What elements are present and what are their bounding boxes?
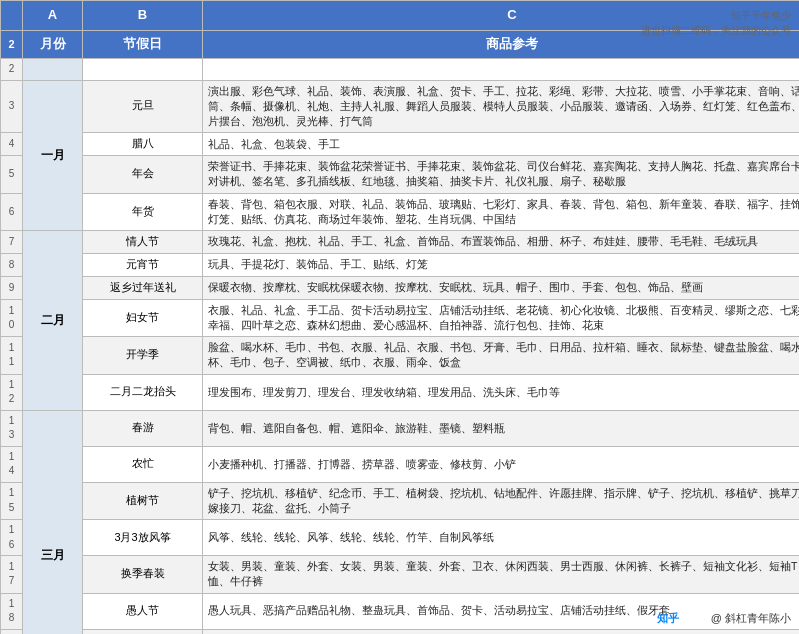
- goods-cell: 玩具、手提花灯、装饰品、手工、贴纸、灯笼: [203, 253, 800, 276]
- holiday-cell: 开学季: [83, 337, 203, 374]
- zhihu-logo: 知乎: [657, 611, 679, 626]
- holiday-cell: 年货: [83, 193, 203, 230]
- table-row: 3一月元旦演出服、彩色气球、礼品、装饰、表演服、礼盒、贺卡、手工、拉花、彩绳、彩…: [1, 80, 800, 133]
- goods-cell: 背包、帽、遮阳自备包、帽、遮阳伞、旅游鞋、墨镜、塑料瓶: [203, 410, 800, 446]
- month-cell: 二月: [23, 230, 83, 410]
- row-number: 8: [1, 253, 23, 276]
- holiday-cell: 情人节: [83, 230, 203, 253]
- holiday-cell: 腊八: [83, 133, 203, 156]
- goods-cell: [203, 59, 800, 81]
- holiday-cell: 二月二龙抬头: [83, 374, 203, 410]
- row-number: 12: [1, 374, 23, 410]
- holiday-cell: 返乡过年送礼: [83, 276, 203, 299]
- row-number: 5: [1, 156, 23, 193]
- month-cell: [23, 59, 83, 81]
- table-row: 2: [1, 59, 800, 81]
- row-number: 3: [1, 80, 23, 133]
- watermark: 知乎千年包少 进也扫描二维码，关注我的公众号: [641, 8, 791, 38]
- table-row: 10妇女节衣服、礼品、礼盒、手工品、贺卡活动易拉宝、店铺活动挂纸、老花镜、初心化…: [1, 299, 800, 336]
- table-row: 12二月二龙抬头理发围布、理发剪刀、理发台、理发收纳箱、理发用品、洗头床、毛巾等: [1, 374, 800, 410]
- holiday-cell: 植树节: [83, 482, 203, 519]
- corner-cell: [1, 1, 23, 31]
- goods-cell: 小麦播种机、打播器、打博器、捞草器、喷雾壶、修枝剪、小铲: [203, 446, 800, 482]
- month-cell: 一月: [23, 80, 83, 230]
- row-number: 6: [1, 193, 23, 230]
- row-number: 7: [1, 230, 23, 253]
- goods-cell: 铲子、挖坑机、移植铲、纪念币、手工、植树袋、挖坑机、钻地配件、许愿挂牌、指示牌、…: [203, 482, 800, 519]
- goods-cell: 衣服、礼品、礼盒、手工品、贺卡活动易拉宝、店铺活动挂纸、老花镜、初心化妆镜、北极…: [203, 299, 800, 336]
- table-body: 23一月元旦演出服、彩色气球、礼品、装饰、表演服、礼盒、贺卡、手工、拉花、彩绳、…: [1, 59, 800, 635]
- row-number: 11: [1, 337, 23, 374]
- table-row: 17换季春装女装、男装、童装、外套、女装、男装、童装、外套、卫衣、休闲西装、男士…: [1, 556, 800, 593]
- holiday-cell: [83, 59, 203, 81]
- row-number: 4: [1, 133, 23, 156]
- table-row: 4腊八礼品、礼盒、包装袋、手工: [1, 133, 800, 156]
- row-number: 14: [1, 446, 23, 482]
- month-col-label: 月份: [23, 31, 83, 59]
- row-2-num: 2: [1, 31, 23, 59]
- row-number: 18: [1, 593, 23, 629]
- goods-cell: 荣誉证书、手捧花束、装饰盆花荣誉证书、手捧花束、装饰盆花、司仪台鲜花、嘉宾陶花、…: [203, 156, 800, 193]
- holiday-cell: 农忙: [83, 446, 203, 482]
- col-a-header: A: [23, 1, 83, 31]
- table-row: 9返乡过年送礼保暖衣物、按摩枕、安眠枕保暖衣物、按摩枕、安眠枕、玩具、帽子、围巾…: [1, 276, 800, 299]
- row-number: 2: [1, 59, 23, 81]
- table-row: 8元宵节玩具、手提花灯、装饰品、手工、贴纸、灯笼: [1, 253, 800, 276]
- month-cell: 三月: [23, 410, 83, 634]
- holiday-cell: 春游: [83, 410, 203, 446]
- table-row: 11开学季脸盆、喝水杯、毛巾、书包、衣服、礼品、衣服、书包、牙膏、毛巾、日用品、…: [1, 337, 800, 374]
- row-number: 15: [1, 482, 23, 519]
- holiday-cell: 家装: [83, 629, 203, 634]
- row-number: 16: [1, 520, 23, 556]
- goods-cell: 春装、背包、箱包衣服、对联、礼品、装饰品、玻璃贴、七彩灯、家具、春装、背包、箱包…: [203, 193, 800, 230]
- table-row: 14农忙小麦播种机、打播器、打博器、捞草器、喷雾壶、修枝剪、小铲: [1, 446, 800, 482]
- holiday-cell: 换季春装: [83, 556, 203, 593]
- goods-cell: 玫瑰花、礼盒、抱枕、礼品、手工、礼盒、首饰品、布置装饰品、相册、杯子、布娃娃、腰…: [203, 230, 800, 253]
- table-row: 6年货春装、背包、箱包衣服、对联、礼品、装饰品、玻璃贴、七彩灯、家具、春装、背包…: [1, 193, 800, 230]
- table-row: 7二月情人节玫瑰花、礼盒、抱枕、礼品、手工、礼盒、首饰品、布置装饰品、相册、杯子…: [1, 230, 800, 253]
- holiday-col-label: 节假日: [83, 31, 203, 59]
- goods-cell: 礼品、礼盒、包装袋、手工: [203, 133, 800, 156]
- goods-cell: 理发围布、理发剪刀、理发台、理发收纳箱、理发用品、洗头床、毛巾等: [203, 374, 800, 410]
- goods-cell: 仿真花、墙板、壁纸、柜组、吸顶灯、地贴、置物架、冰箱罩、沙发巾、钢琴罩、隔音板、…: [203, 629, 800, 634]
- goods-cell: 保暖衣物、按摩枕、安眠枕保暖衣物、按摩枕、安眠枕、玩具、帽子、围巾、手套、包包、…: [203, 276, 800, 299]
- holiday-cell: 3月3放风筝: [83, 520, 203, 556]
- goods-cell: 风筝、线轮、线轮、风筝、线轮、线轮、竹竿、自制风筝纸: [203, 520, 800, 556]
- table-row: 163月3放风筝风筝、线轮、线轮、风筝、线轮、线轮、竹竿、自制风筝纸: [1, 520, 800, 556]
- holiday-cell: 元宵节: [83, 253, 203, 276]
- author-tag: @ 斜杠青年陈小: [711, 611, 791, 626]
- row-number: 17: [1, 556, 23, 593]
- col-b-header: B: [83, 1, 203, 31]
- row-number: 10: [1, 299, 23, 336]
- goods-cell: 演出服、彩色气球、礼品、装饰、表演服、礼盒、贺卡、手工、拉花、彩绳、彩带、大拉花…: [203, 80, 800, 133]
- holiday-cell: 年会: [83, 156, 203, 193]
- table-row: 19家装仿真花、墙板、壁纸、柜组、吸顶灯、地贴、置物架、冰箱罩、沙发巾、钢琴罩、…: [1, 629, 800, 634]
- table-row: 15植树节铲子、挖坑机、移植铲、纪念币、手工、植树袋、挖坑机、钻地配件、许愿挂牌…: [1, 482, 800, 519]
- table-row: 18愚人节愚人玩具、恶搞产品赠品礼物、整蛊玩具、首饰品、贺卡、活动易拉宝、店铺活…: [1, 593, 800, 629]
- holiday-cell: 元旦: [83, 80, 203, 133]
- row-number: 13: [1, 410, 23, 446]
- goods-cell: 愚人玩具、恶搞产品赠品礼物、整蛊玩具、首饰品、贺卡、活动易拉宝、店铺活动挂纸、假…: [203, 593, 800, 629]
- holiday-cell: 愚人节: [83, 593, 203, 629]
- goods-cell: 脸盆、喝水杯、毛巾、书包、衣服、礼品、衣服、书包、牙膏、毛巾、日用品、拉杆箱、睡…: [203, 337, 800, 374]
- table-row: 13三月春游背包、帽、遮阳自备包、帽、遮阳伞、旅游鞋、墨镜、塑料瓶: [1, 410, 800, 446]
- table-row: 5年会荣誉证书、手捧花束、装饰盆花荣誉证书、手捧花束、装饰盆花、司仪台鲜花、嘉宾…: [1, 156, 800, 193]
- row-number: 19: [1, 629, 23, 634]
- goods-cell: 女装、男装、童装、外套、女装、男装、童装、外套、卫衣、休闲西装、男士西服、休闲裤…: [203, 556, 800, 593]
- holiday-cell: 妇女节: [83, 299, 203, 336]
- row-number: 9: [1, 276, 23, 299]
